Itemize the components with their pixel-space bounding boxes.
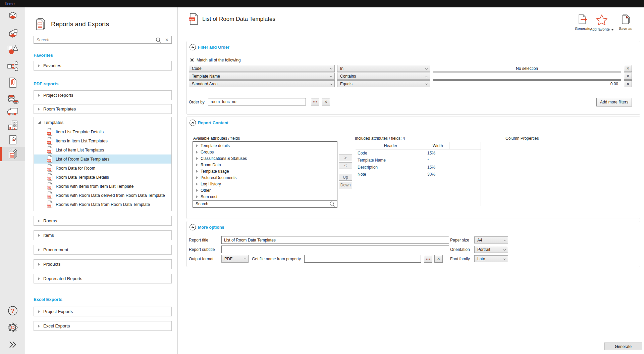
remove-filter-button-3[interactable]: ✕	[624, 80, 632, 87]
expander-collapsed-icon[interactable]	[38, 94, 40, 97]
collapse-content-section-button[interactable]	[190, 120, 196, 126]
sidebar-group[interactable]: Rooms	[34, 216, 172, 226]
report-subtitle-input[interactable]	[221, 246, 449, 253]
expander-collapsed-icon[interactable]	[38, 108, 40, 110]
available-attribute-group[interactable]: Room Data	[193, 162, 337, 168]
sidebar-group[interactable]: Products	[34, 259, 172, 269]
file-name-from-property-input[interactable]	[304, 255, 421, 263]
file-name-browse-button[interactable]: •••	[424, 255, 432, 263]
rail-item-reports[interactable]	[0, 147, 25, 161]
filter-operator-dropdown-2[interactable]: Contains	[337, 73, 430, 80]
report-tree-item[interactable]: PDF List of Item List Templates	[34, 145, 171, 154]
clear-search-icon[interactable]: ✕	[165, 37, 169, 43]
expander-collapsed-icon[interactable]	[196, 151, 198, 153]
move-left-button[interactable]: <	[339, 162, 352, 169]
paper-size-dropdown[interactable]: A4	[474, 236, 508, 244]
report-tree-item[interactable]: PDF List of Room Data Templates	[34, 154, 171, 164]
available-attributes-list[interactable]: Template details Groups Classifications …	[193, 141, 337, 201]
expander-collapsed-icon[interactable]	[38, 64, 40, 67]
report-tree-item[interactable]: PDF Items in Item List Templates	[34, 136, 171, 145]
sidebar-group[interactable]: Project Reports	[34, 90, 172, 100]
remove-filter-button-1[interactable]: ✕	[624, 65, 632, 72]
report-tree-item[interactable]: PDF Rooms with Room Data derived from Ro…	[34, 191, 171, 200]
order-by-input[interactable]	[208, 98, 306, 105]
rail-item-logistics[interactable]	[0, 104, 25, 119]
report-tree-item[interactable]: PDF Room Data Template Details	[34, 173, 171, 182]
move-down-button[interactable]: Down	[339, 182, 352, 188]
expander-collapsed-icon[interactable]	[38, 325, 40, 327]
expander-collapsed-icon[interactable]	[38, 263, 40, 266]
expander-collapsed-icon[interactable]	[196, 195, 198, 198]
available-attribute-group[interactable]: Classifications & Statuses	[193, 155, 337, 162]
report-tree-item[interactable]: PDF Item List Template Details	[34, 127, 171, 136]
search-icon[interactable]	[156, 37, 161, 43]
filter-operator-dropdown-3[interactable]: Equals	[337, 80, 430, 87]
match-all-radio[interactable]	[190, 58, 194, 62]
expander-collapsed-icon[interactable]	[196, 183, 198, 185]
sidebar-group[interactable]: Project Exports	[34, 307, 172, 316]
expander-collapsed-icon[interactable]	[196, 144, 198, 147]
included-attribute-row[interactable]: Template Name *	[355, 157, 481, 164]
expander-collapsed-icon[interactable]	[38, 234, 40, 237]
report-tree-item[interactable]: PDF Room Data for Room	[34, 164, 171, 173]
included-attribute-row[interactable]: Description 15%	[355, 164, 481, 171]
rail-item-product-catalog[interactable]	[0, 133, 25, 147]
sidebar-group[interactable]: Items	[34, 230, 172, 240]
rail-item-components[interactable]	[0, 42, 25, 56]
output-format-dropdown[interactable]: PDF	[221, 255, 249, 263]
report-tree-item[interactable]: PDF Rooms with Items from Item List Temp…	[34, 182, 171, 191]
expander-collapsed-icon[interactable]	[38, 220, 40, 222]
rail-item-buildings[interactable]	[0, 118, 25, 132]
expander-collapsed-icon[interactable]	[196, 170, 198, 173]
expander-collapsed-icon[interactable]	[196, 189, 198, 192]
available-attribute-group[interactable]: Template details	[193, 142, 337, 149]
rail-item-rooms[interactable]	[0, 9, 25, 23]
generate-button[interactable]: Generate	[604, 343, 642, 350]
expander-collapsed-icon[interactable]	[38, 277, 40, 280]
filter-operator-dropdown-1[interactable]: In	[337, 65, 430, 72]
available-attribute-group[interactable]: Groups	[193, 149, 337, 155]
expander-collapsed-icon[interactable]	[38, 310, 40, 313]
rail-item-documents[interactable]	[0, 76, 25, 90]
available-attribute-group[interactable]: Log History	[193, 181, 337, 187]
rail-item-room-templates[interactable]	[0, 27, 25, 41]
collapse-options-section-button[interactable]	[190, 224, 196, 230]
included-attribute-row[interactable]: Code 15%	[355, 149, 481, 157]
filter-field-dropdown-1[interactable]: Code	[189, 65, 335, 72]
rail-item-expand-panel[interactable]	[0, 338, 25, 352]
available-attribute-group[interactable]: Template usage	[193, 168, 337, 174]
expander-expanded-icon[interactable]	[38, 121, 41, 124]
sidebar-group[interactable]: Procurement	[34, 245, 172, 255]
move-right-button[interactable]: >	[339, 154, 352, 161]
font-family-dropdown[interactable]: Lato	[474, 255, 508, 262]
included-attribute-row[interactable]: Note 30%	[355, 171, 481, 178]
sidebar-group[interactable]: Room Templates	[34, 104, 172, 114]
available-attribute-group[interactable]: Sum cost	[193, 193, 337, 200]
save-as-action[interactable]: Save as	[613, 14, 638, 31]
rail-item-settings[interactable]	[0, 320, 25, 335]
order-by-clear-button[interactable]: ✕	[322, 98, 330, 105]
filter-field-dropdown-3[interactable]: Standard Area	[189, 80, 335, 87]
add-more-filters-button[interactable]: Add more filters	[596, 98, 632, 106]
filter-field-dropdown-2[interactable]: Template Name	[189, 73, 335, 80]
add-favorite-action[interactable]: Add favorite	[589, 14, 614, 32]
available-search-row[interactable]: Search:	[193, 201, 337, 208]
report-title-input[interactable]	[221, 236, 449, 244]
sidebar-group[interactable]: Excel Exports	[34, 321, 172, 331]
expander-collapsed-icon[interactable]	[196, 157, 198, 160]
order-by-browse-button[interactable]: •••	[311, 98, 319, 105]
available-attribute-group[interactable]: Other	[193, 187, 337, 193]
templates-group-header[interactable]: Templates	[34, 117, 171, 127]
expander-collapsed-icon[interactable]	[196, 176, 198, 179]
orientation-dropdown[interactable]: Portrait	[474, 246, 508, 253]
filter-value-input-2[interactable]	[433, 73, 621, 80]
collapse-filter-section-button[interactable]	[190, 44, 196, 50]
remove-filter-button-2[interactable]: ✕	[624, 73, 632, 80]
filter-value-field-1[interactable]: No selection	[433, 65, 621, 72]
expander-collapsed-icon[interactable]	[196, 164, 198, 166]
sidebar-group-favorites[interactable]: Favorites	[34, 61, 172, 71]
report-tree-item[interactable]: PDF Rooms with Room Data from Room Data …	[34, 200, 171, 209]
rail-item-help[interactable]: ?	[0, 304, 25, 318]
available-attribute-group[interactable]: Pictures/Documents	[193, 174, 337, 181]
move-up-button[interactable]: Up	[339, 174, 352, 181]
